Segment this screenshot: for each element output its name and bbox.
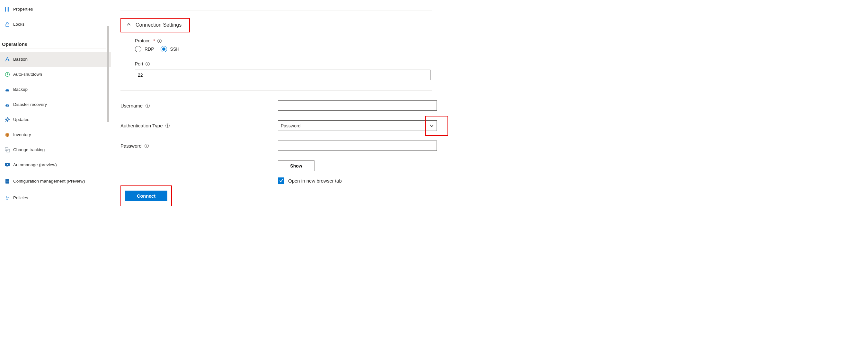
properties-icon (3, 6, 11, 12)
gear-icon (3, 117, 11, 122)
svg-rect-5 (5, 90, 9, 92)
info-icon[interactable] (165, 123, 170, 128)
sidebar-item-label: Bastion (13, 57, 28, 62)
highlight-box-authtype (425, 116, 448, 136)
radio-rdp-label: RDP (145, 46, 154, 52)
svg-rect-42 (147, 145, 147, 147)
sidebar-item-disaster[interactable]: Disaster recovery (0, 97, 111, 112)
authtype-select[interactable]: Password (278, 120, 437, 131)
svg-rect-33 (148, 64, 148, 65)
connection-settings-toggle[interactable]: Connection Settings (121, 18, 858, 32)
lock-icon (3, 22, 11, 27)
svg-line-15 (9, 118, 9, 118)
authtype-value: Password (281, 123, 300, 128)
sidebar-item-policies[interactable]: Policies (0, 190, 111, 205)
port-input[interactable] (135, 70, 431, 80)
configmgmt-icon (3, 178, 11, 184)
sidebar-item-updates[interactable]: Updates (0, 112, 111, 127)
info-icon[interactable] (144, 143, 149, 148)
protocol-label: Protocol * (135, 38, 858, 43)
username-input[interactable] (278, 100, 437, 111)
radio-ssh-label: SSH (170, 46, 180, 52)
info-icon[interactable] (145, 62, 150, 66)
svg-rect-2 (8, 7, 9, 11)
svg-line-12 (5, 118, 6, 118)
sidebar-item-properties[interactable]: Properties (0, 2, 111, 17)
svg-point-35 (148, 104, 148, 105)
svg-rect-24 (6, 182, 9, 182)
sidebar-item-label: Inventory (13, 132, 31, 137)
sidebar: Properties Locks Operations Bastion Auto… (0, 0, 111, 352)
radio-rdp[interactable]: RDP (135, 46, 154, 52)
top-divider (121, 10, 432, 11)
username-label: Username (121, 103, 278, 108)
sidebar-item-locks[interactable]: Locks (0, 17, 111, 32)
highlight-box-connect: Connect (121, 185, 172, 206)
sidebar-item-label: Automanage (preview) (13, 162, 57, 167)
svg-rect-3 (6, 24, 9, 27)
section-divider (121, 91, 432, 91)
changetracking-icon (3, 147, 11, 153)
sidebar-item-label: Updates (13, 117, 29, 122)
svg-rect-30 (159, 40, 160, 42)
password-label: Password (121, 143, 278, 148)
section-title: Connection Settings (135, 22, 182, 28)
svg-rect-36 (148, 105, 148, 107)
sidebar-item-configmgmt[interactable]: Configuration management (Preview) (0, 172, 111, 190)
connect-button[interactable]: Connect (125, 190, 167, 201)
svg-point-7 (6, 119, 8, 121)
sidebar-item-backup[interactable]: Backup (0, 82, 111, 97)
svg-rect-1 (7, 7, 7, 11)
show-button[interactable]: Show (278, 161, 314, 171)
svg-line-13 (9, 121, 9, 121)
sidebar-item-automanage[interactable]: Automanage (preview) (0, 157, 111, 172)
info-icon[interactable] (145, 103, 150, 108)
sidebar-item-label: Backup (13, 87, 28, 92)
policies-icon (3, 195, 11, 201)
clock-icon (3, 72, 11, 77)
port-label: Port (135, 61, 858, 66)
sidebar-item-changetracking[interactable]: Change tracking (0, 142, 111, 157)
svg-point-41 (146, 144, 147, 145)
backup-icon (3, 86, 11, 93)
svg-rect-23 (6, 181, 9, 181)
sidebar-item-label: Properties (13, 7, 33, 11)
radio-ssh[interactable]: SSH (161, 46, 180, 52)
sidebar-item-label: Auto-shutdown (13, 72, 42, 77)
sidebar-item-label: Change tracking (13, 147, 45, 152)
svg-point-29 (159, 39, 160, 40)
sidebar-item-label: Configuration management (Preview) (13, 178, 85, 184)
sidebar-item-label: Policies (13, 196, 28, 200)
open-tab-label: Open in new browser tab (288, 178, 342, 183)
sidebar-scrollbar[interactable] (106, 0, 111, 352)
svg-line-14 (5, 121, 6, 121)
info-icon[interactable] (157, 38, 162, 43)
sidebar-item-label: Locks (13, 22, 24, 27)
inventory-icon (3, 132, 11, 138)
svg-rect-0 (5, 7, 6, 11)
bastion-icon (3, 57, 11, 62)
svg-point-38 (167, 125, 168, 125)
automanage-icon (3, 162, 11, 168)
chevron-up-icon (127, 22, 131, 27)
main-panel: Connection Settings Protocol * RDP SSH (111, 0, 868, 352)
password-input[interactable] (278, 141, 437, 151)
svg-point-32 (147, 63, 148, 63)
sidebar-item-inventory[interactable]: Inventory (0, 127, 111, 142)
sidebar-group-operations: Operations (0, 37, 106, 48)
sidebar-item-label: Disaster recovery (13, 102, 47, 107)
authtype-label: Authentication Type (121, 123, 278, 128)
open-tab-checkbox[interactable] (278, 177, 284, 184)
svg-rect-19 (6, 167, 8, 167)
svg-rect-39 (167, 125, 168, 127)
disaster-icon (3, 102, 11, 107)
svg-rect-22 (6, 180, 9, 180)
sidebar-item-autoshutdown[interactable]: Auto-shutdown (0, 67, 111, 82)
sidebar-item-bastion[interactable]: Bastion (0, 52, 111, 67)
svg-point-20 (7, 164, 8, 165)
